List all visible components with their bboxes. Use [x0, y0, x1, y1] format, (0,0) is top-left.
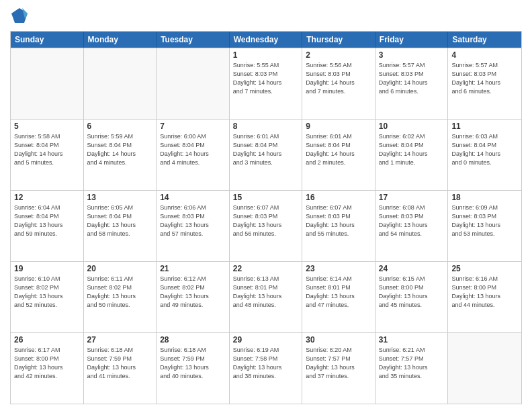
- day-header-tuesday: Tuesday: [157, 32, 230, 48]
- day-info: Sunrise: 6:19 AM Sunset: 7:58 PM Dayligh…: [233, 346, 299, 381]
- day-cell-13: 13Sunrise: 6:05 AM Sunset: 8:04 PM Dayli…: [84, 191, 157, 261]
- day-cell-17: 17Sunrise: 6:08 AM Sunset: 8:03 PM Dayli…: [375, 191, 449, 261]
- empty-cell: [11, 48, 84, 119]
- day-number: 11: [451, 122, 518, 131]
- day-number: 8: [233, 122, 299, 131]
- day-cell-23: 23Sunrise: 6:14 AM Sunset: 8:01 PM Dayli…: [302, 262, 375, 332]
- day-header-monday: Monday: [84, 32, 157, 48]
- day-info: Sunrise: 6:07 AM Sunset: 8:03 PM Dayligh…: [306, 203, 371, 238]
- calendar-week-4: 19Sunrise: 6:10 AM Sunset: 8:02 PM Dayli…: [11, 261, 521, 332]
- calendar-week-1: 1Sunrise: 5:55 AM Sunset: 8:03 PM Daylig…: [11, 48, 521, 119]
- calendar-body: 1Sunrise: 5:55 AM Sunset: 8:03 PM Daylig…: [11, 48, 521, 404]
- day-number: 14: [160, 193, 226, 202]
- day-header-thursday: Thursday: [302, 32, 375, 48]
- day-number: 4: [451, 50, 518, 60]
- day-cell-29: 29Sunrise: 6:19 AM Sunset: 7:58 PM Dayli…: [230, 333, 303, 404]
- day-number: 12: [14, 193, 80, 202]
- logo-icon: [10, 7, 29, 26]
- day-info: Sunrise: 6:21 AM Sunset: 7:57 PM Dayligh…: [379, 346, 445, 381]
- day-cell-11: 11Sunrise: 6:03 AM Sunset: 8:04 PM Dayli…: [448, 120, 521, 190]
- day-number: 5: [14, 122, 80, 131]
- day-cell-16: 16Sunrise: 6:07 AM Sunset: 8:03 PM Dayli…: [302, 191, 375, 261]
- day-cell-3: 3Sunrise: 5:57 AM Sunset: 8:03 PM Daylig…: [375, 48, 449, 119]
- day-number: 29: [233, 335, 299, 345]
- day-info: Sunrise: 5:55 AM Sunset: 8:03 PM Dayligh…: [233, 61, 299, 96]
- day-number: 21: [160, 264, 226, 273]
- day-info: Sunrise: 5:57 AM Sunset: 8:03 PM Dayligh…: [451, 61, 518, 96]
- day-cell-26: 26Sunrise: 6:17 AM Sunset: 8:00 PM Dayli…: [11, 333, 84, 404]
- calendar: SundayMondayTuesdayWednesdayThursdayFrid…: [10, 31, 522, 404]
- day-number: 10: [379, 122, 445, 131]
- day-cell-6: 6Sunrise: 5:59 AM Sunset: 8:04 PM Daylig…: [84, 120, 157, 190]
- day-cell-14: 14Sunrise: 6:06 AM Sunset: 8:03 PM Dayli…: [157, 191, 230, 261]
- day-header-saturday: Saturday: [448, 32, 521, 48]
- day-number: 15: [233, 193, 299, 202]
- day-header-friday: Friday: [375, 32, 449, 48]
- day-number: 23: [306, 264, 371, 273]
- day-number: 20: [87, 264, 153, 273]
- calendar-week-5: 26Sunrise: 6:17 AM Sunset: 8:00 PM Dayli…: [11, 332, 521, 404]
- day-cell-1: 1Sunrise: 5:55 AM Sunset: 8:03 PM Daylig…: [230, 48, 303, 119]
- day-number: 3: [379, 50, 445, 60]
- day-cell-27: 27Sunrise: 6:18 AM Sunset: 7:59 PM Dayli…: [84, 333, 157, 404]
- day-cell-12: 12Sunrise: 6:04 AM Sunset: 8:04 PM Dayli…: [11, 191, 84, 261]
- day-info: Sunrise: 6:18 AM Sunset: 7:59 PM Dayligh…: [87, 346, 153, 381]
- day-cell-30: 30Sunrise: 6:20 AM Sunset: 7:57 PM Dayli…: [302, 333, 375, 404]
- day-number: 28: [160, 335, 226, 345]
- calendar-page: SundayMondayTuesdayWednesdayThursdayFrid…: [0, 0, 532, 411]
- day-cell-15: 15Sunrise: 6:07 AM Sunset: 8:03 PM Dayli…: [230, 191, 303, 261]
- empty-cell: [157, 48, 230, 119]
- day-cell-31: 31Sunrise: 6:21 AM Sunset: 7:57 PM Dayli…: [375, 333, 449, 404]
- day-info: Sunrise: 5:56 AM Sunset: 8:03 PM Dayligh…: [306, 61, 371, 96]
- day-cell-5: 5Sunrise: 5:58 AM Sunset: 8:04 PM Daylig…: [11, 120, 84, 190]
- day-info: Sunrise: 6:11 AM Sunset: 8:02 PM Dayligh…: [87, 275, 153, 310]
- day-number: 24: [379, 264, 445, 273]
- day-number: 9: [306, 122, 371, 131]
- day-number: 27: [87, 335, 153, 345]
- day-info: Sunrise: 6:01 AM Sunset: 8:04 PM Dayligh…: [306, 132, 371, 167]
- day-info: Sunrise: 6:16 AM Sunset: 8:00 PM Dayligh…: [451, 275, 518, 310]
- day-info: Sunrise: 6:09 AM Sunset: 8:03 PM Dayligh…: [451, 203, 518, 238]
- day-header-wednesday: Wednesday: [230, 32, 303, 48]
- day-info: Sunrise: 6:13 AM Sunset: 8:01 PM Dayligh…: [233, 275, 299, 310]
- day-info: Sunrise: 6:18 AM Sunset: 7:59 PM Dayligh…: [160, 346, 226, 381]
- day-info: Sunrise: 6:15 AM Sunset: 8:00 PM Dayligh…: [379, 275, 445, 310]
- day-cell-24: 24Sunrise: 6:15 AM Sunset: 8:00 PM Dayli…: [375, 262, 449, 332]
- day-info: Sunrise: 6:08 AM Sunset: 8:03 PM Dayligh…: [379, 203, 445, 238]
- day-number: 30: [306, 335, 371, 345]
- day-info: Sunrise: 6:04 AM Sunset: 8:04 PM Dayligh…: [14, 203, 80, 238]
- day-cell-28: 28Sunrise: 6:18 AM Sunset: 7:59 PM Dayli…: [157, 333, 230, 404]
- day-number: 25: [451, 264, 518, 273]
- day-info: Sunrise: 5:58 AM Sunset: 8:04 PM Dayligh…: [14, 132, 80, 167]
- calendar-header: SundayMondayTuesdayWednesdayThursdayFrid…: [11, 32, 521, 48]
- day-number: 7: [160, 122, 226, 131]
- calendar-week-2: 5Sunrise: 5:58 AM Sunset: 8:04 PM Daylig…: [11, 119, 521, 190]
- day-info: Sunrise: 6:10 AM Sunset: 8:02 PM Dayligh…: [14, 275, 80, 310]
- day-info: Sunrise: 6:02 AM Sunset: 8:04 PM Dayligh…: [379, 132, 445, 167]
- day-number: 16: [306, 193, 371, 202]
- day-number: 31: [379, 335, 445, 345]
- empty-cell: [84, 48, 157, 119]
- day-cell-20: 20Sunrise: 6:11 AM Sunset: 8:02 PM Dayli…: [84, 262, 157, 332]
- day-info: Sunrise: 6:07 AM Sunset: 8:03 PM Dayligh…: [233, 203, 299, 238]
- page-header: [10, 7, 522, 26]
- day-number: 19: [14, 264, 80, 273]
- day-info: Sunrise: 6:20 AM Sunset: 7:57 PM Dayligh…: [306, 346, 371, 381]
- empty-cell: [448, 333, 521, 404]
- day-info: Sunrise: 5:57 AM Sunset: 8:03 PM Dayligh…: [379, 61, 445, 96]
- day-info: Sunrise: 5:59 AM Sunset: 8:04 PM Dayligh…: [87, 132, 153, 167]
- day-cell-18: 18Sunrise: 6:09 AM Sunset: 8:03 PM Dayli…: [448, 191, 521, 261]
- day-info: Sunrise: 6:00 AM Sunset: 8:04 PM Dayligh…: [160, 132, 226, 167]
- day-cell-4: 4Sunrise: 5:57 AM Sunset: 8:03 PM Daylig…: [448, 48, 521, 119]
- day-info: Sunrise: 6:14 AM Sunset: 8:01 PM Dayligh…: [306, 275, 371, 310]
- day-cell-9: 9Sunrise: 6:01 AM Sunset: 8:04 PM Daylig…: [302, 120, 375, 190]
- day-number: 26: [14, 335, 80, 345]
- day-cell-25: 25Sunrise: 6:16 AM Sunset: 8:00 PM Dayli…: [448, 262, 521, 332]
- day-info: Sunrise: 6:03 AM Sunset: 8:04 PM Dayligh…: [451, 132, 518, 167]
- day-cell-21: 21Sunrise: 6:12 AM Sunset: 8:02 PM Dayli…: [157, 262, 230, 332]
- day-info: Sunrise: 6:05 AM Sunset: 8:04 PM Dayligh…: [87, 203, 153, 238]
- day-cell-7: 7Sunrise: 6:00 AM Sunset: 8:04 PM Daylig…: [157, 120, 230, 190]
- day-cell-19: 19Sunrise: 6:10 AM Sunset: 8:02 PM Dayli…: [11, 262, 84, 332]
- day-header-sunday: Sunday: [11, 32, 84, 48]
- day-info: Sunrise: 6:06 AM Sunset: 8:03 PM Dayligh…: [160, 203, 226, 238]
